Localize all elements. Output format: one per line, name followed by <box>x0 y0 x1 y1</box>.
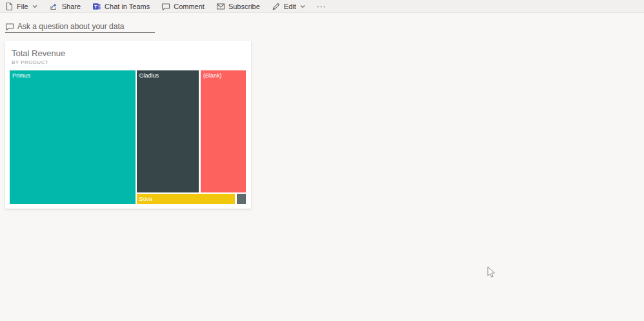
action-bar: File Share T Chat in Teams <box>0 0 644 13</box>
chat-in-teams-label: Chat in Teams <box>105 3 150 10</box>
share-label: Share <box>62 3 81 10</box>
treemap: PrimusGladius(Blank)Sova <box>10 70 246 204</box>
subscribe-label: Subscribe <box>228 3 260 10</box>
mouse-pointer-icon <box>487 266 496 278</box>
treemap-cell-label: Gladius <box>139 72 159 79</box>
treemap-cell-primus[interactable]: Primus <box>10 70 136 204</box>
treemap-cell-label: Primus <box>12 72 30 79</box>
file-menu-label: File <box>17 3 28 10</box>
qna-input[interactable] <box>17 21 155 32</box>
treemap-cell-blank[interactable]: (Blank) <box>201 70 246 192</box>
comment-icon <box>161 2 170 11</box>
svg-text:T: T <box>94 3 97 9</box>
treemap-cell-gladius[interactable]: Gladius <box>137 70 199 192</box>
file-menu-button[interactable]: File <box>0 0 44 12</box>
envelope-icon <box>216 2 225 11</box>
treemap-card: Total Revenue BY PRODUCT PrimusGladius(B… <box>5 41 251 209</box>
chat-in-teams-button[interactable]: T Chat in Teams <box>86 0 156 12</box>
pencil-icon <box>272 2 281 11</box>
share-button[interactable]: Share <box>44 0 86 12</box>
more-options-button[interactable]: ··· <box>312 0 332 12</box>
treemap-cell-sova[interactable]: Sova <box>137 194 235 205</box>
edit-menu-button[interactable]: Edit <box>266 0 312 12</box>
qna-bar[interactable] <box>5 21 155 33</box>
comment-button[interactable]: Comment <box>156 0 210 12</box>
more-options-icon: ··· <box>317 2 327 11</box>
share-icon <box>50 2 59 11</box>
file-icon <box>5 2 14 11</box>
edit-menu-label: Edit <box>284 3 296 10</box>
visual-subtitle: BY PRODUCT <box>12 59 251 65</box>
treemap-cell-label: (Blank) <box>203 72 222 79</box>
treemap-cell-label: Sova <box>139 196 153 202</box>
subscribe-button[interactable]: Subscribe <box>210 0 266 12</box>
visual-title: Total Revenue <box>12 49 251 58</box>
comment-label: Comment <box>174 3 205 10</box>
teams-icon: T <box>92 2 101 11</box>
treemap-cell-unlabeled[interactable] <box>237 194 247 205</box>
speech-bubble-icon <box>5 23 14 31</box>
chevron-down-icon <box>32 3 38 10</box>
chevron-down-icon <box>299 3 306 10</box>
